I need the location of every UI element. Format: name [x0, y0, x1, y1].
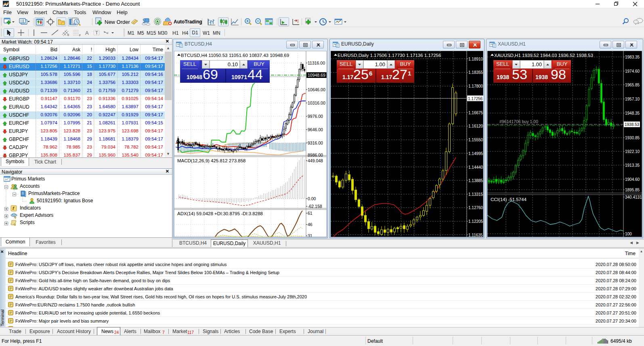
svg-text:31: 31: [308, 233, 313, 237]
svg-text:0.00: 0.00: [308, 196, 316, 201]
svg-text:1.16675: 1.16675: [468, 111, 483, 115]
svg-text:E: E: [67, 34, 69, 36]
svg-text:1.14995: 1.14995: [468, 151, 483, 156]
svg-text:MACD(12,26,9) 425.812 273.858: MACD(12,26,9) 425.812 273.858: [177, 158, 245, 163]
svg-text:10948.69: 10948.69: [308, 73, 325, 78]
svg-text:61: 61: [308, 211, 313, 216]
svg-text:1.18910: 1.18910: [468, 57, 483, 61]
svg-text:1930.85: 1930.85: [625, 136, 640, 140]
svg-text:1965.85: 1965.85: [625, 83, 640, 87]
svg-text:100: 100: [625, 232, 632, 236]
svg-text:10646.00: 10646.00: [308, 87, 325, 92]
svg-text:1904.60: 1904.60: [625, 177, 640, 182]
svg-text:1974.60: 1974.60: [625, 69, 640, 73]
svg-text:340.4131: 340.4131: [625, 195, 642, 199]
svg-text:1.13315: 1.13315: [468, 192, 483, 197]
svg-text:ADX(14) 59.0428 +DI:30.8795 -D: ADX(14) 59.0428 +DI:30.8795 -DI:3.8288: [177, 211, 263, 216]
svg-text:1948.35: 1948.35: [625, 111, 640, 115]
svg-text:8986.00: 8986.00: [308, 153, 323, 157]
svg-text:1895.85: 1895.85: [625, 188, 640, 192]
svg-text:1.18355: 1.18355: [468, 70, 483, 75]
svg-text:1.17256: 1.17256: [468, 96, 483, 101]
svg-text:1.11635: 1.11635: [468, 233, 483, 237]
svg-text:9976.00: 9976.00: [308, 114, 323, 119]
svg-text:1938.53: 1938.53: [625, 122, 640, 127]
svg-text:1.12205: 1.12205: [468, 219, 483, 224]
svg-text:T: T: [95, 30, 98, 35]
svg-text:CCI(14) -51.5744: CCI(14) -51.5744: [491, 197, 527, 202]
svg-text:11316.00: 11316.00: [308, 61, 325, 65]
svg-text:1.15550: 1.15550: [468, 138, 483, 142]
svg-text:1913.35: 1913.35: [625, 163, 640, 168]
svg-text:BTCUSD,H4 11050.53 11051.60 1: BTCUSD,H4 11050.53 11051.60 10837.43 109…: [181, 53, 289, 58]
svg-text:1922.10: 1922.10: [625, 149, 640, 154]
svg-text:F: F: [79, 34, 81, 37]
svg-text:A: A: [85, 30, 89, 36]
svg-text:1.13885: 1.13885: [468, 178, 483, 183]
svg-text:1.17800: 1.17800: [468, 84, 483, 88]
svg-text:XAUUSD,H1 1939.52 1944.03 193: XAUUSD,H1 1939.52 1944.03 1936.52 1938.5…: [494, 53, 593, 58]
svg-text:9316.00: 9316.00: [308, 140, 323, 145]
svg-text:46: 46: [308, 222, 313, 227]
svg-text:1.16120: 1.16120: [468, 124, 483, 128]
svg-text:#96141706 buy 1.00: #96141706 buy 1.00: [499, 119, 538, 124]
svg-text:1.14440: 1.14440: [468, 165, 483, 170]
svg-text:-62.158: -62.158: [308, 204, 322, 209]
svg-text:EURUSD,Daily 1.17506 1.17730: EURUSD,Daily 1.17506 1.17730 1.17136 1.1…: [338, 53, 441, 58]
svg-text:449.048: 449.048: [308, 158, 323, 163]
svg-text:1.12760: 1.12760: [468, 206, 483, 210]
svg-text:9646.00: 9646.00: [308, 127, 323, 132]
svg-text:1957.10: 1957.10: [625, 97, 640, 101]
svg-text:10316.00: 10316.00: [308, 101, 325, 105]
svg-text:1983.35: 1983.35: [625, 55, 640, 59]
